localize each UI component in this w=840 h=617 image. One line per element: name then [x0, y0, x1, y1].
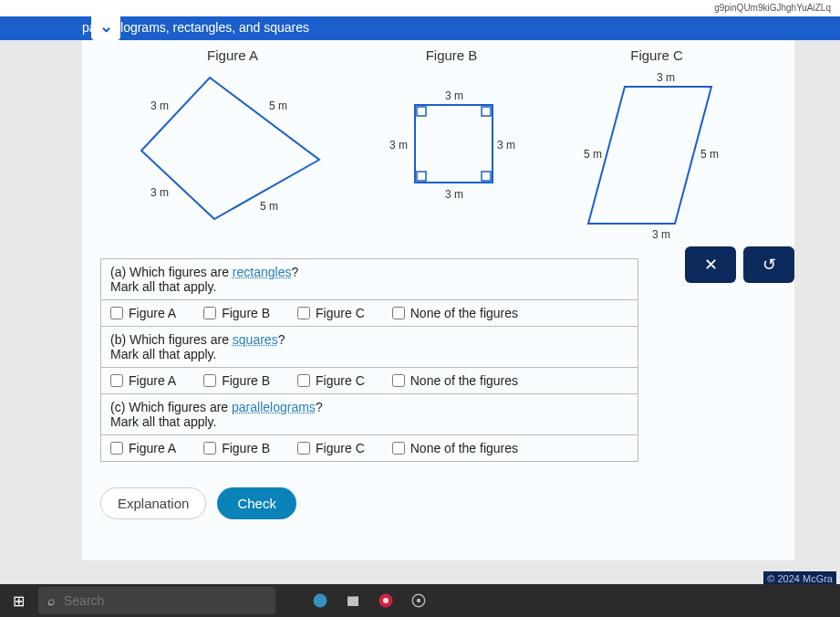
question-a-suffix: ? — [291, 265, 298, 279]
qa-check-figC[interactable] — [297, 307, 310, 319]
figure-c-side-1: 5 m — [584, 148, 602, 161]
settings-icon[interactable] — [410, 592, 427, 609]
svg-marker-6 — [588, 87, 711, 224]
edge-icon[interactable] — [312, 592, 328, 609]
taskbar-tray — [312, 592, 427, 609]
reset-button[interactable]: ↺ — [743, 246, 794, 283]
taskbar: ⊞ ⌕ — [0, 584, 840, 617]
side-nav-buttons: ✕ ↺ — [685, 246, 794, 283]
question-content: Figure A 3 m 5 m 3 m 5 m Figure B 3 m 3 … — [82, 40, 794, 560]
question-b-instruction: Mark all that apply. — [110, 347, 216, 361]
figure-c: Figure C 3 m 5 m 5 m 3 m — [565, 47, 748, 242]
figure-a-side-0: 3 m — [150, 99, 169, 112]
qa-check-figA[interactable] — [110, 307, 123, 319]
question-c-options: Figure A Figure B Figure C None of the f… — [101, 435, 638, 461]
figure-a-title: Figure A — [128, 47, 337, 63]
question-b: (b) Which figures are squares? Mark all … — [101, 327, 638, 368]
qb-check-figA[interactable] — [110, 374, 123, 387]
figure-b-shape: 3 m 3 m 3 m 3 m — [374, 68, 529, 224]
search-input[interactable] — [64, 593, 266, 608]
browser-url-bar: g9pinQUm9kiGJhghYuAiZLq — [0, 0, 840, 16]
qa-check-figB[interactable] — [203, 307, 216, 319]
qc-label-figB: Figure B — [222, 441, 270, 455]
questions-table: (a) Which figures are rectangles? Mark a… — [100, 258, 638, 462]
figure-c-title: Figure C — [565, 47, 748, 63]
qb-label-none: None of the figures — [410, 373, 518, 388]
check-button[interactable]: Check — [217, 487, 296, 519]
figure-c-side-0: 3 m — [657, 71, 675, 84]
figure-b-side-2: 3 m — [497, 139, 515, 152]
question-b-options: Figure A Figure B Figure C None of the f… — [101, 368, 638, 394]
qa-label-figC: Figure C — [316, 306, 365, 320]
figure-b: Figure B 3 m 3 m 3 m 3 m — [374, 47, 529, 242]
qc-check-none[interactable] — [392, 442, 405, 455]
figure-b-side-3: 3 m — [445, 188, 463, 201]
figure-c-side-2: 5 m — [700, 148, 719, 161]
qb-label-figA: Figure A — [129, 373, 176, 388]
qc-label-figA: Figure A — [129, 441, 176, 455]
qb-opt-figA[interactable]: Figure A — [110, 373, 176, 388]
figure-a: Figure A 3 m 5 m 3 m 5 m — [128, 47, 337, 242]
svg-rect-2 — [417, 107, 426, 116]
svg-point-10 — [383, 598, 389, 603]
qc-opt-none[interactable]: None of the figures — [392, 441, 518, 455]
collapse-button[interactable]: ⌄ — [91, 13, 120, 40]
figures-row: Figure A 3 m 5 m 3 m 5 m Figure B 3 m 3 … — [100, 47, 776, 242]
qa-label-figA: Figure A — [129, 306, 176, 320]
figure-c-side-3: 3 m — [652, 228, 670, 241]
qb-label-figB: Figure B — [222, 373, 270, 388]
question-a-prefix: (a) Which figures are — [110, 265, 233, 279]
question-b-prefix: (b) Which figures are — [110, 332, 233, 347]
qb-check-none[interactable] — [392, 374, 405, 387]
qb-opt-figC[interactable]: Figure C — [297, 373, 365, 388]
qc-opt-figA[interactable]: Figure A — [110, 441, 176, 455]
qc-check-figA[interactable] — [110, 442, 123, 455]
qa-check-none[interactable] — [392, 307, 405, 319]
question-c-instruction: Mark all that apply. — [110, 414, 216, 429]
search-icon: ⌕ — [47, 593, 55, 608]
question-c-term[interactable]: parallelograms — [232, 400, 316, 414]
qb-check-figC[interactable] — [297, 374, 310, 387]
qa-label-figB: Figure B — [222, 306, 270, 320]
windows-icon: ⊞ — [13, 592, 25, 610]
question-c: (c) Which figures are parallelograms? Ma… — [101, 394, 638, 435]
taskbar-search[interactable]: ⌕ — [38, 587, 275, 614]
close-button[interactable]: ✕ — [685, 246, 736, 283]
question-a-instruction: Mark all that apply. — [110, 279, 216, 294]
url-fragment: g9pinQUm9kiGJhghYuAiZLq — [714, 3, 831, 13]
explanation-button[interactable]: Explanation — [100, 487, 206, 519]
question-a-term[interactable]: rectangles — [233, 265, 292, 279]
svg-rect-8 — [347, 597, 358, 607]
start-button[interactable]: ⊞ — [0, 584, 36, 617]
qc-opt-figB[interactable]: Figure B — [203, 441, 270, 455]
close-icon: ✕ — [704, 255, 718, 275]
svg-point-12 — [417, 599, 421, 603]
question-c-suffix: ? — [316, 400, 323, 414]
qa-opt-none[interactable]: None of the figures — [392, 306, 518, 320]
lesson-header: parallelograms, rectangles, and squares — [0, 16, 840, 40]
qb-opt-none[interactable]: None of the figures — [392, 373, 518, 388]
qb-opt-figB[interactable]: Figure B — [203, 373, 270, 388]
qb-check-figB[interactable] — [203, 374, 216, 387]
qc-check-figB[interactable] — [203, 442, 216, 455]
store-icon[interactable] — [345, 592, 361, 609]
bottom-actions: Explanation Check — [100, 487, 776, 519]
qa-opt-figA[interactable]: Figure A — [110, 306, 176, 320]
svg-point-7 — [314, 594, 327, 608]
question-b-term[interactable]: squares — [233, 332, 278, 347]
svg-rect-4 — [417, 172, 426, 181]
svg-rect-5 — [482, 172, 491, 181]
svg-rect-3 — [482, 107, 491, 116]
chrome-icon[interactable] — [378, 592, 394, 609]
qc-opt-figC[interactable]: Figure C — [297, 441, 365, 455]
question-b-suffix: ? — [278, 332, 285, 347]
chevron-down-icon: ⌄ — [99, 16, 113, 37]
qc-label-figC: Figure C — [316, 441, 365, 455]
qb-label-figC: Figure C — [316, 373, 365, 388]
qa-opt-figC[interactable]: Figure C — [297, 306, 365, 320]
figure-a-side-1: 5 m — [269, 99, 287, 112]
question-a-options: Figure A Figure B Figure C None of the f… — [101, 300, 638, 327]
qa-opt-figB[interactable]: Figure B — [203, 306, 270, 320]
qc-check-figC[interactable] — [297, 442, 310, 455]
figure-a-side-3: 5 m — [260, 200, 278, 213]
